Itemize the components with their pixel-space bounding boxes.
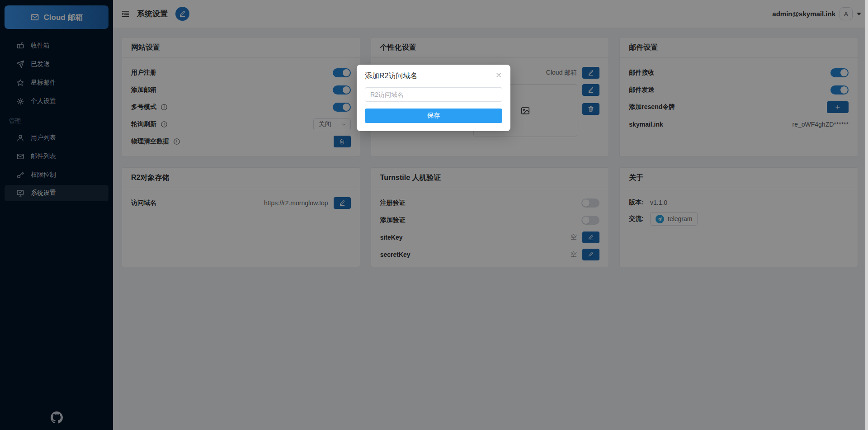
save-button[interactable]: 保存 (365, 109, 502, 123)
r2-domain-input[interactable] (365, 87, 502, 102)
close-icon (495, 71, 502, 79)
close-dialog-button[interactable] (494, 71, 503, 80)
dialog-title: 添加R2访问域名 (365, 71, 417, 81)
scrollbar[interactable] (865, 0, 868, 430)
add-r2-domain-dialog: 添加R2访问域名 保存 (357, 65, 510, 131)
